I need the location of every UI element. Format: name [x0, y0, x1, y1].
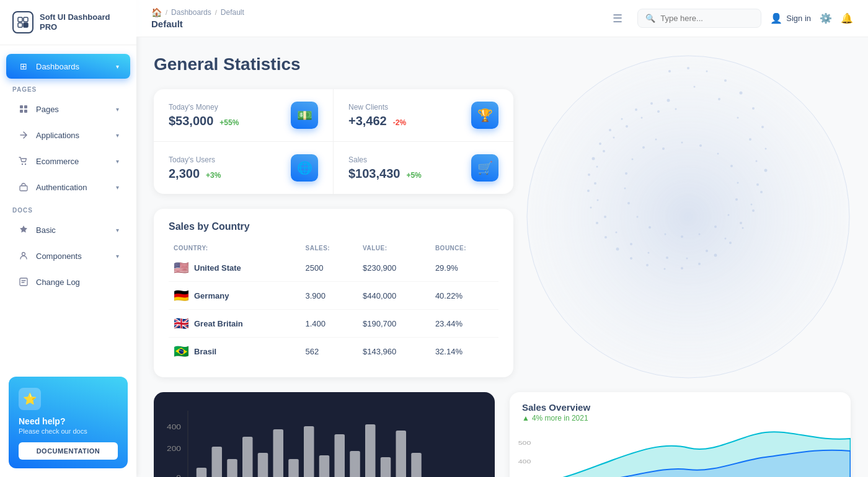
page-title-breadcrumb: Default: [151, 19, 603, 29]
chevron-down-icon: ▾: [116, 106, 119, 113]
sales-overview-change: ▲ 4% more in 2021: [522, 414, 838, 422]
svg-point-44: [650, 102, 653, 105]
svg-rect-2: [18, 23, 22, 27]
home-icon[interactable]: 🏠: [151, 7, 162, 17]
svg-point-38: [588, 173, 590, 176]
search-icon: 🔍: [645, 14, 655, 23]
bounce-cell: 32.14%: [430, 338, 498, 365]
sidebar-item-pages[interactable]: Pages ▾: [6, 97, 130, 121]
svg-point-85: [637, 216, 639, 218]
sidebar-item-changelog[interactable]: Change Log: [6, 269, 130, 294]
logo-icon: [12, 11, 33, 33]
svg-point-63: [597, 199, 599, 201]
svg-point-69: [641, 117, 643, 119]
svg-point-47: [694, 86, 696, 88]
sidebar-item-applications[interactable]: Applications ▾: [6, 123, 130, 147]
sign-in-label: Sign in: [786, 14, 811, 23]
docs-section-label: DOCS: [0, 201, 136, 216]
svg-point-88: [625, 172, 627, 175]
col-bounce: Bounce:: [430, 242, 498, 254]
flag-icon: 🇺🇸: [174, 260, 189, 275]
svg-point-17: [724, 79, 727, 82]
svg-point-78: [735, 198, 738, 201]
svg-rect-107: [350, 451, 360, 477]
svg-point-70: [657, 110, 660, 113]
svg-point-54: [740, 222, 742, 224]
sidebar-item-dashboards[interactable]: ⊞ Dashboards ▾: [6, 54, 130, 79]
search-input[interactable]: [660, 14, 753, 23]
svg-rect-12: [20, 278, 27, 286]
sidebar-item-basic[interactable]: Basic ▾: [6, 217, 130, 242]
svg-point-76: [730, 165, 733, 167]
settings-icon[interactable]: ⚙️: [820, 12, 832, 24]
header: 🏠 / Dashboards / Default Default ☰ 🔍 👤 S…: [136, 0, 868, 37]
help-star-icon: ⭐: [19, 388, 41, 410]
sidebar-item-label: Change Log: [36, 278, 80, 287]
general-statistics-title: General Statistics: [154, 55, 851, 74]
svg-rect-7: [24, 110, 27, 113]
country-table: Country: Sales: Value: Bounce: 🇺🇸 United…: [169, 242, 498, 365]
svg-point-58: [666, 256, 668, 259]
stat-card-users: Today's Users 2,300 +3% 🌐: [154, 142, 334, 194]
sales-cell: 1.400: [300, 310, 358, 338]
svg-text:400: 400: [518, 458, 531, 465]
country-cell: 🇩🇪 Germany: [169, 282, 300, 310]
sign-in-button[interactable]: 👤 Sign in: [770, 12, 811, 24]
sidebar: Soft UI Dashboard PRO ⊞ Dashboards ▾ PAG…: [0, 0, 136, 477]
value-cell: $143,960: [358, 338, 430, 365]
documentation-button[interactable]: DOCUMENTATION: [19, 442, 118, 460]
user-icon: 👤: [770, 12, 782, 24]
pages-section-label: PAGES: [0, 80, 136, 95]
search-box[interactable]: 🔍: [637, 9, 761, 28]
value-cell: $230,900: [358, 254, 430, 282]
svg-rect-4: [20, 105, 23, 108]
country-name: Germany: [194, 291, 229, 300]
arrow-up-icon: ▲: [522, 414, 529, 422]
notifications-icon[interactable]: 🔔: [841, 12, 853, 24]
country-cell: 🇧🇷 Brasil: [169, 338, 300, 365]
svg-rect-104: [304, 426, 314, 477]
app-name: Soft UI Dashboard PRO: [40, 12, 124, 32]
sidebar-item-authentication[interactable]: Authentication ▾: [6, 175, 130, 199]
svg-point-71: [675, 108, 677, 110]
svg-point-29: [681, 267, 683, 269]
sidebar-item-label: Authentication: [36, 183, 87, 192]
svg-point-55: [725, 238, 727, 240]
bounce-cell: 23.44%: [430, 310, 498, 338]
svg-point-8: [22, 164, 23, 165]
sidebar-item-components[interactable]: Components ▾: [6, 243, 130, 268]
stat-card-sales: Sales $103,430 +5% 🛒: [334, 142, 513, 194]
sidebar-item-ecommerce[interactable]: Ecommerce ▾: [6, 149, 130, 173]
stat-change-sales: +5%: [406, 171, 421, 180]
logo: Soft UI Dashboard PRO: [0, 0, 136, 45]
svg-point-11: [22, 253, 25, 256]
money-icon: 💵: [291, 102, 318, 129]
svg-point-43: [635, 108, 637, 111]
country-name: United State: [194, 263, 241, 273]
svg-point-25: [742, 227, 744, 229]
chart-label: [154, 392, 495, 401]
sales-country-title: Sales by Country: [169, 221, 498, 232]
dashboards-icon: ⊞: [17, 60, 30, 72]
sidebar-nav: ⊞ Dashboards ▾ PAGES Pages ▾ Application…: [0, 45, 136, 368]
breadcrumb-dashboards[interactable]: Dashboards: [171, 8, 211, 17]
hamburger-icon[interactable]: ☰: [613, 12, 622, 25]
svg-point-13: [527, 56, 849, 378]
svg-point-14: [527, 56, 849, 378]
bounce-cell: 40.22%: [430, 282, 498, 310]
chevron-down-icon: ▾: [116, 158, 119, 165]
svg-point-89: [632, 159, 634, 160]
svg-text:400: 400: [167, 424, 181, 431]
svg-rect-105: [319, 455, 330, 477]
svg-rect-103: [288, 459, 299, 477]
svg-point-86: [627, 202, 630, 204]
globe-decoration: [508, 37, 868, 396]
sales-overview-card: Sales Overview ▲ 4% more in 2021 500 400: [510, 392, 851, 477]
svg-rect-97: [197, 468, 207, 477]
svg-point-56: [706, 250, 708, 252]
svg-point-80: [714, 225, 717, 228]
svg-rect-106: [335, 434, 345, 477]
svg-point-32: [630, 257, 632, 260]
svg-point-49: [737, 117, 739, 119]
svg-rect-0: [18, 17, 22, 22]
